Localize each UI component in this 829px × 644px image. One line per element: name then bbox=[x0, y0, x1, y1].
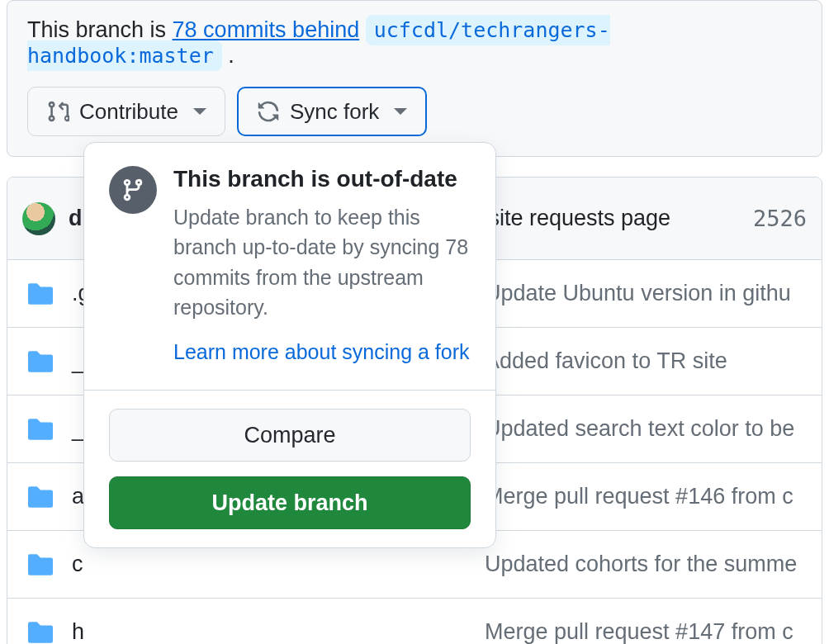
branch-status-text: This branch is 78 commits behind ucfcdl/… bbox=[27, 17, 802, 69]
commit-sha[interactable]: 2526 bbox=[753, 206, 807, 231]
folder-icon bbox=[26, 282, 55, 306]
file-commit-message[interactable]: Update Ubuntu version in githu bbox=[485, 281, 791, 306]
contribute-button[interactable]: Contribute bbox=[27, 87, 225, 136]
sync-fork-button[interactable]: Sync fork bbox=[237, 87, 427, 136]
folder-icon bbox=[26, 485, 55, 509]
file-commit-message[interactable]: Updated cohorts for the summe bbox=[485, 552, 797, 577]
file-name[interactable]: h bbox=[72, 619, 485, 644]
file-commit-message[interactable]: Merge pull request #147 from c bbox=[485, 619, 793, 644]
git-pull-request-icon bbox=[46, 100, 69, 123]
popover-body-text: Update branch to keep this branch up-to-… bbox=[173, 202, 471, 322]
status-suffix: . bbox=[222, 43, 234, 68]
folder-icon bbox=[26, 620, 55, 645]
chevron-down-icon bbox=[394, 108, 407, 115]
update-branch-button[interactable]: Update branch bbox=[109, 476, 471, 529]
contribute-label: Contribute bbox=[79, 99, 178, 125]
file-name[interactable]: c bbox=[72, 552, 485, 577]
popover-title: This branch is out-of-date bbox=[173, 166, 471, 192]
folder-icon bbox=[26, 349, 55, 374]
sync-icon bbox=[257, 100, 280, 123]
branch-status-panel: This branch is 78 commits behind ucfcdl/… bbox=[7, 0, 822, 157]
learn-more-link[interactable]: Learn more about syncing a fork bbox=[173, 340, 470, 363]
file-row[interactable]: hMerge pull request #147 from c bbox=[7, 599, 822, 644]
compare-button[interactable]: Compare bbox=[109, 409, 471, 462]
commit-author[interactable]: d bbox=[69, 206, 83, 231]
file-commit-message[interactable]: Added favicon to TR site bbox=[485, 348, 727, 374]
folder-icon bbox=[26, 417, 55, 442]
commit-message[interactable]: site requests page bbox=[489, 206, 671, 231]
chevron-down-icon bbox=[193, 108, 206, 115]
sync-fork-label: Sync fork bbox=[290, 99, 379, 125]
file-commit-message[interactable]: Merge pull request #146 from c bbox=[485, 484, 793, 509]
action-button-row: Contribute Sync fork bbox=[27, 87, 802, 136]
commits-behind-link[interactable]: 78 commits behind bbox=[173, 17, 360, 42]
git-branch-icon bbox=[109, 166, 157, 214]
avatar[interactable] bbox=[22, 202, 55, 235]
status-prefix: This branch is bbox=[27, 17, 173, 42]
file-commit-message[interactable]: Updated search text color to be bbox=[485, 416, 794, 442]
sync-fork-popover: This branch is out-of-date Update branch… bbox=[83, 142, 496, 548]
folder-icon bbox=[26, 552, 55, 577]
